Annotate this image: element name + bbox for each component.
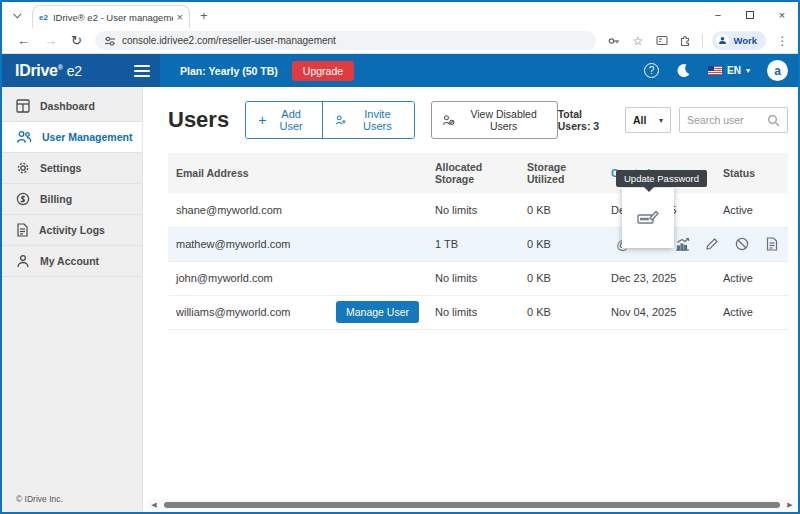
header-right-controls: ? EN ▾ a <box>644 54 788 87</box>
edit-icon[interactable] <box>704 236 720 252</box>
browser-titlebar: e2 IDrive® e2 - User management × + − × <box>2 2 798 28</box>
sidebar-item-settings[interactable]: Settings <box>2 153 142 184</box>
horizontal-scrollbar[interactable]: ◀ ▶ <box>146 499 798 510</box>
profile-chip[interactable]: Work <box>712 31 766 50</box>
page-title: Users <box>168 107 229 133</box>
cell-created: Nov 04, 2025 <box>603 295 715 329</box>
app-header: IDrive® e2 Plan: Yearly (50 TB) Upgrade … <box>2 54 798 87</box>
chevron-down-icon <box>13 10 21 18</box>
add-user-button[interactable]: +Add User <box>246 102 322 138</box>
table-row[interactable]: john@myworld.com No limits 0 KB Dec 23, … <box>168 261 788 295</box>
sidebar-item-activity-logs[interactable]: Activity Logs <box>2 215 142 246</box>
site-settings-icon[interactable] <box>104 35 116 47</box>
e2-favicon-icon: e2 <box>39 13 48 22</box>
toolbar-divider <box>702 34 703 48</box>
cell-status: Active <box>715 261 788 295</box>
cell-created: Dec 23, 2025 <box>603 261 715 295</box>
cast-icon[interactable] <box>654 33 669 48</box>
page-body: Dashboard User Management Settings Billi… <box>2 87 798 514</box>
search-icon[interactable] <box>767 114 780 127</box>
logo-block: IDrive® e2 <box>2 54 160 87</box>
profile-label: Work <box>733 35 757 46</box>
address-bar[interactable]: console.idrivee2.com/reseller-user-manag… <box>95 31 597 50</box>
caret-down-icon: ▾ <box>659 116 663 125</box>
col-status: Status <box>715 153 788 193</box>
page-header-row: Users +Add User Invite Users View Disabl… <box>168 101 788 139</box>
language-selector[interactable]: EN ▾ <box>708 65 750 76</box>
dashboard-icon <box>16 99 30 113</box>
cell-status: Active <box>715 295 788 329</box>
table-row[interactable]: shane@myworld.com No limits 0 KB Dec 23,… <box>168 193 788 227</box>
billing-dollar-icon <box>16 192 30 206</box>
gear-icon <box>16 161 30 175</box>
search-box <box>679 107 788 133</box>
table-row-hovered[interactable]: mathew@myworld.com 1 TB 0 KB @ <box>168 227 788 261</box>
toolbar-icons: ☆ Work ⋮ <box>606 31 790 50</box>
cell-allocated: No limits <box>427 261 519 295</box>
table-row[interactable]: williams@myworld.com Manage User No limi… <box>168 295 788 329</box>
maximize-button[interactable] <box>734 2 766 28</box>
update-password-icon <box>637 209 659 227</box>
view-disabled-users-button[interactable]: View Disabled Users <box>431 101 558 139</box>
hamburger-menu-icon[interactable] <box>134 62 150 80</box>
tooltip: Update Password <box>616 170 707 187</box>
language-code: EN <box>727 65 741 76</box>
activity-logs-icon <box>16 223 29 237</box>
close-button[interactable]: × <box>766 2 798 28</box>
minimize-button[interactable]: − <box>702 2 734 28</box>
maximize-icon <box>746 11 754 19</box>
forward-button: → <box>44 33 57 48</box>
main-content: Users +Add User Invite Users View Disabl… <box>143 87 798 514</box>
person-icon <box>16 254 30 268</box>
url-text[interactable]: console.idrivee2.com/reseller-user-manag… <box>122 35 336 46</box>
sidebar-item-dashboard[interactable]: Dashboard <box>2 91 142 122</box>
cell-utilized: 0 KB <box>519 227 603 261</box>
status-filter-dropdown[interactable]: All ▾ <box>625 107 671 133</box>
scrollbar-thumb[interactable] <box>164 502 780 508</box>
dark-mode-moon-icon[interactable] <box>676 63 691 78</box>
col-email: Email Address <box>168 153 427 193</box>
col-allocated: Allocated Storage <box>427 153 519 193</box>
back-button[interactable]: ← <box>17 33 30 48</box>
manage-user-button[interactable]: Manage User <box>336 301 419 323</box>
usage-stats-icon[interactable] <box>675 236 691 252</box>
us-flag-icon <box>708 66 722 75</box>
reload-button[interactable]: ↻ <box>71 33 82 48</box>
profile-avatar-icon <box>716 34 729 47</box>
extensions-puzzle-icon[interactable] <box>678 33 693 48</box>
upgrade-button[interactable]: Upgrade <box>292 61 354 81</box>
cell-email: shane@myworld.com <box>168 193 427 227</box>
tab-close-icon[interactable]: × <box>177 11 183 23</box>
help-icon[interactable]: ? <box>644 63 659 78</box>
copyright-text: © IDrive Inc. <box>16 494 63 504</box>
scroll-left-icon[interactable]: ◀ <box>146 501 162 509</box>
browser-menu-icon[interactable]: ⋮ <box>775 33 790 48</box>
sidebar-item-my-account[interactable]: My Account <box>2 246 142 277</box>
sidebar-item-user-management[interactable]: User Management <box>2 122 142 153</box>
new-tab-button[interactable]: + <box>200 8 208 23</box>
scroll-right-icon[interactable]: ▶ <box>782 501 798 509</box>
person-plus-icon <box>335 114 347 126</box>
col-utilized: Storage Utilized <box>519 153 603 193</box>
user-actions-group: +Add User Invite Users <box>245 101 415 139</box>
user-avatar[interactable]: a <box>767 60 788 81</box>
disable-icon[interactable] <box>734 236 750 252</box>
cell-allocated: 1 TB <box>427 227 519 261</box>
sidebar: Dashboard User Management Settings Billi… <box>2 87 143 514</box>
browser-tab[interactable]: e2 IDrive® e2 - User management × <box>32 5 190 28</box>
cell-status: Active <box>715 193 788 227</box>
password-manager-icon[interactable] <box>606 33 621 48</box>
cell-utilized: 0 KB <box>519 261 603 295</box>
bookmark-star-icon[interactable]: ☆ <box>630 33 645 48</box>
plan-label: Plan: Yearly (50 TB) <box>180 65 278 77</box>
invite-users-button[interactable]: Invite Users <box>322 102 414 138</box>
tab-search-button[interactable] <box>8 5 28 25</box>
sidebar-item-billing[interactable]: Billing <box>2 184 142 215</box>
list-controls: Total Users: 3 All ▾ <box>558 107 788 133</box>
update-password-popup[interactable] <box>622 188 674 248</box>
tab-title: IDrive® e2 - User management <box>53 12 173 23</box>
caret-down-icon: ▾ <box>746 66 750 75</box>
cell-email: mathew@myworld.com <box>168 227 427 261</box>
search-input[interactable] <box>687 114 767 126</box>
logs-icon[interactable] <box>764 236 780 252</box>
